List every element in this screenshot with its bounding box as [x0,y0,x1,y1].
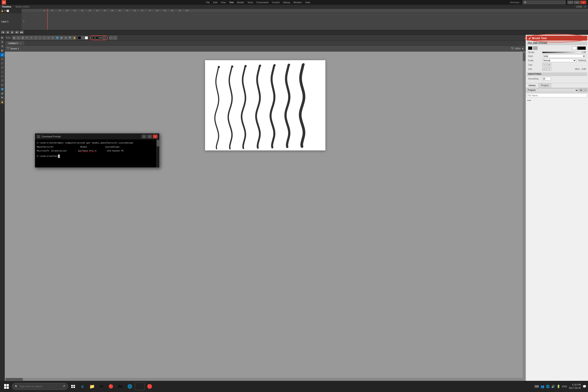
file-explorer-button[interactable]: 📁 [88,382,96,391]
notification-icon[interactable]: 💬 [583,385,586,388]
eraser-tool[interactable]: ◱ [0,83,4,87]
canvas-stage[interactable] [205,60,326,150]
oval-icon[interactable]: ○ [38,36,42,40]
hand-tool[interactable]: ✋ [0,100,4,104]
people-icon[interactable]: 👥 [540,385,544,388]
dropper-icon[interactable]: 💉 [60,36,64,40]
keyboard-icon[interactable]: ⌨ [534,385,539,388]
animate-button[interactable]: An [116,382,125,391]
smooth-icon[interactable]: ~ [109,36,113,40]
mic-icon[interactable]: 🎤 [62,385,65,388]
menu-commands[interactable]: Commands [256,1,268,4]
library-settings-button[interactable]: ⚙ [579,88,583,92]
step-back-button[interactable]: ◀ [6,30,10,34]
zoom-control[interactable]: 📷 200% ▼ [511,47,524,50]
oval-tool[interactable]: ○ [0,70,4,74]
menu-help[interactable]: Help [305,1,310,4]
untitled-tab[interactable]: Untitled-1* ✕ [6,41,24,45]
cmd-close-button[interactable]: ✕ [153,134,158,138]
eraser-icon[interactable]: ◱ [64,36,68,40]
menu-modify[interactable]: Modify [237,1,244,4]
flash-button[interactable]: 🔴 [106,382,115,391]
stroke-slider[interactable] [542,52,580,53]
menu-control[interactable]: Control [272,1,280,4]
next-frame-button[interactable]: ▶▶ [20,30,24,34]
minimize-button[interactable]: ─ [567,1,574,4]
fill-color[interactable] [82,36,84,39]
rect-tool[interactable]: □ [0,74,4,78]
start-button[interactable] [2,382,11,391]
brush-mode-icon[interactable] [102,36,106,40]
menu-window[interactable]: Window [293,1,302,4]
pencil2-icon[interactable]: ✒ [51,36,55,40]
stroke-color[interactable] [78,36,81,39]
eyedropper-tool[interactable]: 💉 [0,92,4,96]
cmd-minimize-button[interactable]: ─ [142,134,146,138]
fill-color-swatch[interactable] [533,46,538,50]
bucket-icon[interactable]: 🪣 [55,36,59,40]
flash-active-button[interactable]: 🔴 [145,382,154,391]
partial-select-tool[interactable]: ◈ [0,40,4,44]
step-forward-button[interactable]: ▶| [15,30,19,34]
library-new-button[interactable]: + [583,88,587,92]
menu-file[interactable]: File [206,1,210,4]
browser2-button[interactable]: 🌐 [126,382,134,391]
battery-icon[interactable]: 🔋 [556,385,560,388]
stage-vscrollbar[interactable] [523,52,526,381]
brush-size-small[interactable] [92,36,95,39]
style-dropdown[interactable]: Solid Dashed Dotted [542,54,586,58]
rect-icon[interactable]: □ [42,36,46,40]
projects-dropdown[interactable]: Projects [527,88,578,92]
search-bar[interactable]: 🔍 🎤 [12,383,68,390]
free-transform-tool[interactable]: ⊞ [0,44,4,48]
network-icon[interactable]: 🌐 [546,385,550,388]
menu-tools[interactable]: Tools [247,1,253,4]
cmd-scrollbar[interactable] [156,140,159,168]
menu-view[interactable]: View [221,1,226,4]
brush-size-medium[interactable] [96,36,99,39]
black-window-button[interactable] [135,382,144,390]
search-input[interactable] [20,385,60,388]
transform-icon[interactable]: ⊠ [21,36,25,40]
zoom-tool[interactable]: 🔍 [0,96,4,100]
select-icon[interactable]: ▶ [12,36,16,40]
brush-tool[interactable]: 🖌 [0,53,4,57]
speaker-icon[interactable]: 🔊 [551,385,555,388]
play-button[interactable]: ▶ [10,30,14,34]
hscroll-thumb[interactable] [6,378,23,380]
gradient-tool[interactable]: ◧ [0,48,4,52]
maximize-button[interactable]: □ [574,1,580,4]
stage-hscrollbar[interactable] [5,378,523,381]
stroke-color-swatch[interactable] [528,46,532,50]
zoom2-icon[interactable]: 🔍 [68,36,72,40]
close-button[interactable]: ✕ [580,1,586,4]
library-search-input[interactable] [527,94,587,97]
line-icon[interactable]: ╱ [34,36,38,40]
task-view-button[interactable] [69,382,77,391]
edge-button[interactable]: e [78,382,87,391]
zoom-dropdown-icon[interactable]: ▼ [522,47,524,50]
hand2-icon[interactable]: ✋ [72,36,76,40]
pencil-icon[interactable]: ✏ [25,36,29,40]
line-tool[interactable]: ╱ [0,66,4,70]
prev-frame-button[interactable]: |◀ [1,30,5,34]
cmd-scrollbar-thumb[interactable] [157,140,159,146]
no-fill[interactable] [85,36,88,39]
lasso-icon[interactable]: ◎ [16,36,20,40]
cmd-maximize-button[interactable]: □ [147,134,152,138]
text-icon[interactable]: T [30,36,33,40]
text-tool[interactable]: T [0,62,4,65]
project-tab[interactable]: Project [538,83,551,88]
color-preview[interactable] [577,46,586,50]
cap-round[interactable]: ─ [542,63,546,66]
scale-dropdown[interactable]: Normal [542,59,576,62]
bucket-tool[interactable]: 🪣 [0,87,4,91]
join-miter[interactable]: ⌐ [542,67,546,71]
join-round[interactable]: ◜ [547,67,551,71]
straight-icon[interactable]: — [113,36,117,40]
pencil-tool[interactable]: ✏ [0,57,4,61]
tab-close-button[interactable]: ✕ [20,42,22,44]
menu-debug[interactable]: Debug [283,1,290,4]
cap-square[interactable]: ═ [547,63,551,66]
poly-tool[interactable]: ⬡ [0,79,4,82]
